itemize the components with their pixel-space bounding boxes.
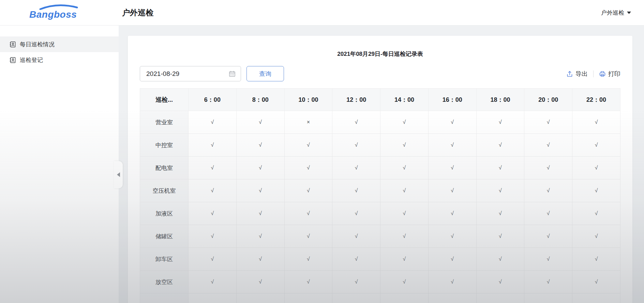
- mark-check-cell: √: [524, 225, 572, 248]
- empty-cell: [332, 293, 380, 303]
- mark-check-cell: √: [428, 179, 476, 202]
- row-header-area: 空压机室: [140, 179, 189, 202]
- logo-text: Bangboss: [29, 9, 77, 20]
- empty-cell: [236, 293, 284, 303]
- mark-check-cell: √: [332, 225, 380, 248]
- mark-check-cell: √: [332, 202, 380, 225]
- sidebar-item-1[interactable]: 巡检登记: [0, 52, 119, 68]
- mark-check-cell: √: [380, 179, 429, 202]
- table-row: [140, 293, 620, 303]
- row-header-area: 放空区: [140, 271, 189, 293]
- mark-check-cell: √: [524, 134, 572, 157]
- mark-check-cell: √: [236, 134, 284, 157]
- row-header-area: [140, 293, 189, 303]
- mark-check-cell: √: [380, 111, 429, 134]
- mark-check-cell: √: [236, 225, 284, 248]
- mark-check-cell: √: [428, 111, 476, 134]
- mark-check-cell: √: [476, 225, 524, 248]
- top-header: Bangboss 户外巡检 户外巡检: [0, 0, 644, 26]
- mark-check-cell: √: [428, 134, 476, 157]
- table-row: 中控室√√√√√√√√√: [140, 134, 620, 157]
- mark-check-cell: √: [332, 111, 380, 134]
- sidebar-item-0[interactable]: 每日巡检情况: [0, 36, 119, 52]
- col-header-time-4: 14：00: [380, 89, 429, 111]
- mark-check-cell: √: [284, 271, 332, 293]
- table-row: 卸车区√√√√√√√√√: [140, 248, 620, 271]
- table-row: 配电室√√√√√√√√√: [140, 157, 620, 179]
- mark-check-cell: √: [284, 157, 332, 179]
- mark-check-cell: √: [332, 179, 380, 202]
- mark-check-cell: √: [236, 202, 284, 225]
- col-header-time-3: 12：00: [332, 89, 380, 111]
- mark-check-cell: √: [380, 157, 429, 179]
- col-header-time-2: 10：00: [284, 89, 332, 111]
- mark-cross-cell: ×: [284, 111, 332, 134]
- content-card: 2021年08月29日-每日巡检记录表 2021-08-29: [128, 36, 632, 303]
- mark-check-cell: √: [236, 111, 284, 134]
- date-value: 2021-08-29: [146, 70, 228, 78]
- mark-check-cell: √: [189, 202, 237, 225]
- contact-book-icon: [10, 57, 16, 63]
- brand-logo: Bangboss: [29, 4, 84, 21]
- mark-check-cell: √: [189, 225, 237, 248]
- mark-check-cell: √: [189, 134, 237, 157]
- mark-check-cell: √: [236, 271, 284, 293]
- chevron-down-icon: [627, 12, 631, 14]
- sidebar-collapse-handle[interactable]: [114, 161, 123, 188]
- mark-check-cell: √: [284, 202, 332, 225]
- table-row: 空压机室√√√√√√√√√: [140, 179, 620, 202]
- mark-check-cell: √: [236, 157, 284, 179]
- toolbar-separator: [593, 70, 594, 77]
- row-header-area: 配电室: [140, 157, 189, 179]
- col-header-time-0: 6：00: [189, 89, 237, 111]
- inspection-record-table: 巡检...6：008：0010：0012：0014：0016：0018：0020…: [140, 88, 620, 303]
- mark-check-cell: √: [428, 202, 476, 225]
- mark-check-cell: √: [572, 134, 620, 157]
- mark-check-cell: √: [476, 179, 524, 202]
- mark-check-cell: √: [189, 271, 237, 293]
- mark-check-cell: √: [236, 179, 284, 202]
- mark-check-cell: √: [236, 248, 284, 271]
- contact-book-icon: [10, 41, 16, 48]
- main-area: 2021年08月29日-每日巡检记录表 2021-08-29: [119, 26, 644, 303]
- print-button[interactable]: 打印: [599, 70, 620, 78]
- row-header-area: 储罐区: [140, 225, 189, 248]
- mark-check-cell: √: [524, 179, 572, 202]
- mark-check-cell: √: [476, 134, 524, 157]
- calendar-icon: [228, 70, 236, 78]
- mark-check-cell: √: [428, 157, 476, 179]
- table-row: 放空区√√√√√√√√√: [140, 271, 620, 293]
- sidebar-item-label: 巡检登记: [20, 56, 43, 64]
- mark-check-cell: √: [428, 271, 476, 293]
- mark-check-cell: √: [332, 271, 380, 293]
- mark-check-cell: √: [476, 202, 524, 225]
- empty-cell: [428, 293, 476, 303]
- empty-cell: [572, 293, 620, 303]
- mark-check-cell: √: [524, 157, 572, 179]
- row-header-area: 营业室: [140, 111, 189, 134]
- col-header-time-6: 18：00: [476, 89, 524, 111]
- query-button[interactable]: 查询: [246, 66, 284, 81]
- mark-check-cell: √: [476, 248, 524, 271]
- chevron-left-icon: [117, 172, 120, 177]
- col-header-time-5: 16：00: [428, 89, 476, 111]
- mark-check-cell: √: [524, 248, 572, 271]
- mark-check-cell: √: [189, 248, 237, 271]
- date-picker-input[interactable]: 2021-08-29: [140, 66, 241, 81]
- mark-check-cell: √: [380, 248, 429, 271]
- col-header-time-8: 22：00: [572, 89, 620, 111]
- export-button[interactable]: 导出: [566, 70, 588, 78]
- mark-check-cell: √: [332, 248, 380, 271]
- mark-check-cell: √: [572, 202, 620, 225]
- mark-check-cell: √: [524, 271, 572, 293]
- mark-check-cell: √: [572, 157, 620, 179]
- mark-check-cell: √: [572, 248, 620, 271]
- mark-check-cell: √: [284, 134, 332, 157]
- user-menu-dropdown[interactable]: 户外巡检: [601, 9, 631, 17]
- empty-cell: [476, 293, 524, 303]
- col-header-area: 巡检...: [140, 89, 189, 111]
- mark-check-cell: √: [284, 225, 332, 248]
- mark-check-cell: √: [428, 225, 476, 248]
- toolbar-right: 导出 打印: [566, 70, 620, 78]
- table-header-row: 巡检...6：008：0010：0012：0014：0016：0018：0020…: [140, 89, 620, 111]
